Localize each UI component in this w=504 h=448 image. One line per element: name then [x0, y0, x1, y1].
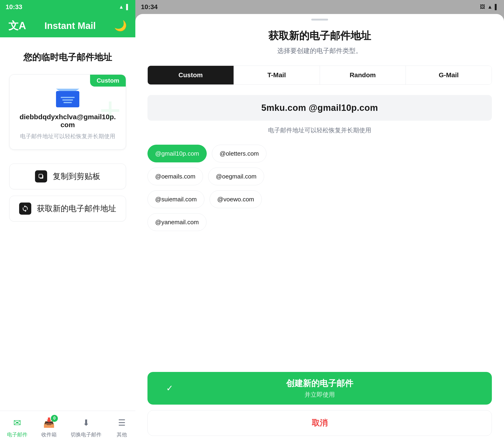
envelope-body	[56, 91, 79, 107]
domain-row-4: @yanemail.com	[147, 213, 492, 231]
domain-pill-gmail10p[interactable]: @gmail10p.com	[147, 145, 207, 162]
translate-icon[interactable]: 文A	[8, 19, 26, 33]
create-btn-sub-label: 并立即使用	[305, 391, 335, 399]
refresh-icon	[19, 202, 31, 215]
domain-row-1: @gmail10p.com @oletters.com	[147, 145, 492, 162]
email-recover-text: 电子邮件地址可以轻松恢复并长期使用	[147, 126, 492, 134]
email-nav-icon: ✉	[13, 417, 21, 428]
status-icons-left: ▲ ▌	[119, 4, 130, 10]
cancel-button[interactable]: 取消	[147, 410, 492, 436]
inbox-nav-label: 收件箱	[41, 431, 57, 438]
tab-custom-label: Custom	[179, 72, 203, 79]
copy-button[interactable]: 复制到剪贴板	[9, 163, 126, 189]
svg-rect-1	[39, 174, 42, 178]
domain-label-2: @oemails.com	[155, 173, 195, 180]
domain-label-5: @voewo.com	[217, 196, 254, 203]
get-new-email-button[interactable]: 获取新的电子邮件地址	[9, 196, 126, 221]
status-icons-right: 🖼 ▲ ▌	[480, 4, 498, 10]
tab-tmail-label: T-Mail	[267, 72, 286, 79]
domain-label-0: @gmail10p.com	[155, 150, 199, 157]
envelope-icon	[56, 89, 79, 107]
domain-label-1: @oletters.com	[219, 150, 259, 157]
battery-icon: ▌	[126, 4, 130, 10]
email-card: Custom + diebbdqdyxhclva@gmail10p.com 电子…	[9, 74, 126, 150]
switch-nav-label: 切换电子邮件	[71, 431, 102, 438]
create-check-icon: ✓	[166, 383, 173, 393]
status-bar-right: 10:34 🖼 ▲ ▌	[135, 0, 504, 14]
create-email-button[interactable]: ✓ 创建新的电子邮件 并立即使用	[147, 372, 492, 405]
inbox-badge: 0	[51, 415, 58, 422]
tab-random-label: Random	[350, 72, 376, 79]
env-line-1	[61, 97, 75, 98]
modal-subtitle: 选择要创建的电子邮件类型。	[147, 46, 492, 55]
switch-nav-icon: ⬇	[83, 418, 90, 428]
envelope-lines	[61, 97, 75, 103]
spacer	[147, 240, 492, 372]
nav-item-email[interactable]: ✉ 电子邮件	[7, 416, 28, 438]
other-nav-icon: ☰	[118, 418, 126, 428]
create-btn-main-label: 创建新的电子邮件	[286, 378, 353, 389]
right-panel: 10:34 🖼 ▲ ▌ 获取新的电子邮件地址 选择要创建的电子邮件类型。 Cus…	[135, 0, 504, 448]
domain-pill-suiemail[interactable]: @suiemail.com	[147, 190, 204, 208]
env-line-2	[62, 99, 73, 101]
create-btn-content: ✓ 创建新的电子邮件 并立即使用	[147, 378, 492, 399]
modal-handle	[311, 19, 328, 20]
tab-gmail-label: G-Mail	[439, 72, 459, 79]
domain-label-6: @yanemail.com	[155, 219, 199, 226]
inbox-nav-icon-wrap: 📥 0	[42, 416, 55, 429]
app-title: Instant Mail	[44, 20, 96, 31]
copy-label: 复制到剪贴板	[53, 171, 100, 182]
signal-icon-right: ▲	[487, 4, 493, 10]
nav-item-switch[interactable]: ⬇ 切换电子邮件	[71, 416, 102, 438]
time-left: 10:33	[6, 3, 22, 11]
domain-pill-oletters[interactable]: @oletters.com	[212, 145, 267, 162]
domain-pill-voewo[interactable]: @voewo.com	[210, 190, 262, 208]
page-title: 您的临时电子邮件地址	[23, 51, 112, 63]
moon-icon: 🌙	[114, 19, 127, 32]
status-bar-left: 10:33 ▲ ▌	[0, 0, 135, 14]
app-header: 文A Instant Mail 🌙	[0, 14, 135, 37]
email-nav-icon-wrap: ✉	[11, 416, 24, 429]
domain-label-4: @suiemail.com	[155, 196, 197, 203]
tab-gmail[interactable]: G-Mail	[406, 66, 492, 85]
email-address: diebbdqdyxhclva@gmail10p.com	[19, 113, 116, 129]
get-new-label: 获取新的电子邮件地址	[37, 203, 116, 214]
cancel-label: 取消	[312, 418, 328, 429]
tab-tmail[interactable]: T-Mail	[234, 66, 320, 85]
time-right: 10:34	[141, 3, 158, 11]
nav-item-inbox[interactable]: 📥 0 收件箱	[41, 416, 57, 438]
email-display-box: 5mku.com @gmail10p.com	[147, 95, 492, 121]
signal-icon: ▲	[119, 4, 124, 10]
domain-pill-oegmail[interactable]: @oegmail.com	[208, 167, 264, 185]
switch-nav-icon-wrap: ⬇	[80, 416, 93, 429]
custom-badge: Custom	[90, 75, 126, 87]
tab-row: Custom T-Mail Random G-Mail	[147, 66, 492, 85]
domain-grid: @gmail10p.com @oletters.com @oemails.com…	[147, 145, 492, 231]
gallery-icon: 🖼	[480, 4, 485, 10]
copy-icon	[35, 170, 47, 182]
modal-title: 获取新的电子邮件地址	[147, 29, 492, 43]
domain-label-3: @oegmail.com	[216, 173, 256, 180]
env-line-3	[63, 102, 72, 103]
domain-row-3: @suiemail.com @voewo.com	[147, 190, 492, 208]
domain-pill-oemails[interactable]: @oemails.com	[147, 167, 203, 185]
other-nav-label: 其他	[117, 431, 127, 438]
domain-row-2: @oemails.com @oegmail.com	[147, 167, 492, 185]
create-btn-text: 创建新的电子邮件 并立即使用	[286, 378, 353, 399]
left-content: 您的临时电子邮件地址 Custom + diebbdqdyxhclva@gmai…	[0, 37, 135, 411]
other-nav-icon-wrap: ☰	[115, 416, 128, 429]
modal-sheet: 获取新的电子邮件地址 选择要创建的电子邮件类型。 Custom T-Mail R…	[135, 14, 504, 448]
tab-custom[interactable]: Custom	[148, 66, 234, 85]
left-panel: 10:33 ▲ ▌ 文A Instant Mail 🌙 您的临时电子邮件地址 C…	[0, 0, 135, 448]
email-subtitle: 电子邮件地址可以轻松恢复并长期使用	[20, 133, 115, 140]
nav-item-other[interactable]: ☰ 其他	[115, 416, 128, 438]
email-display-text: 5mku.com @gmail10p.com	[261, 103, 378, 113]
domain-pill-yanemail[interactable]: @yanemail.com	[147, 213, 206, 231]
tab-random[interactable]: Random	[320, 66, 406, 85]
bottom-nav: ✉ 电子邮件 📥 0 收件箱 ⬇ 切换电子邮件 ☰ 其他	[0, 411, 135, 448]
battery-icon-right: ▌	[495, 4, 498, 10]
email-nav-label: 电子邮件	[7, 431, 28, 438]
action-buttons: 复制到剪贴板 获取新的电子邮件地址	[9, 163, 126, 221]
